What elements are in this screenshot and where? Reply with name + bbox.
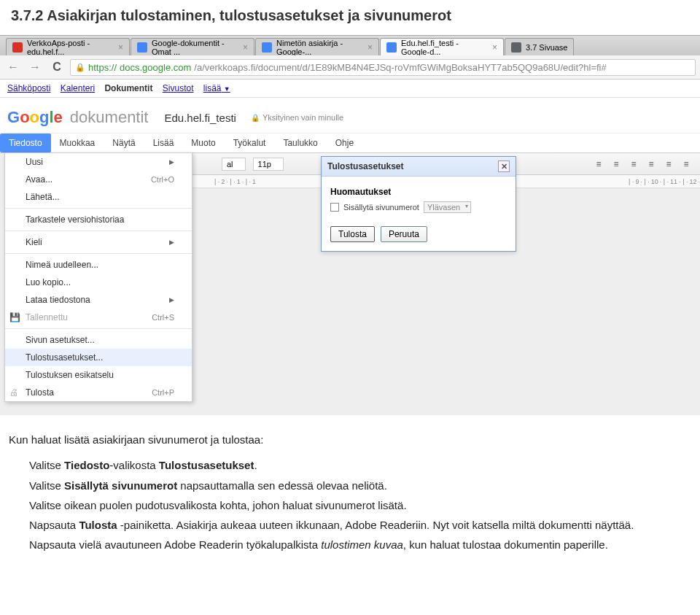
dialog-titlebar: Tulostusasetukset ✕ bbox=[322, 157, 516, 177]
close-icon[interactable]: × bbox=[243, 42, 248, 53]
indent-increase-icon[interactable]: ≡ bbox=[610, 158, 623, 170]
link-calendar[interactable]: Kalenteri bbox=[61, 83, 95, 93]
link-docs[interactable]: Dokumentit bbox=[104, 83, 152, 93]
instructions-text: Kun haluat lisätä asiakirjaan sivunumero… bbox=[0, 415, 700, 571]
page-icon bbox=[511, 42, 521, 53]
save-icon: 💾 bbox=[9, 312, 20, 322]
privacy-indicator[interactable]: 🔒 Yksityinen vain minulle bbox=[251, 113, 343, 122]
close-icon[interactable]: × bbox=[368, 42, 373, 53]
menu-item-download[interactable]: Lataa tiedostona▶ bbox=[5, 291, 192, 309]
url-host: docs.google.com bbox=[120, 62, 191, 73]
tab-label: Google-dokumentit - Omat ... bbox=[152, 39, 238, 56]
chevron-down-icon: ▼ bbox=[224, 85, 230, 93]
tab-label: VerkkoAps-posti - edu.hel.f... bbox=[27, 39, 114, 56]
menu-item-send[interactable]: Lähetä... bbox=[5, 188, 192, 206]
menu-insert[interactable]: Lisää bbox=[144, 134, 183, 152]
shortcut-label: Ctrl+S bbox=[152, 313, 174, 322]
align-left-icon[interactable]: ≡ bbox=[627, 158, 640, 170]
list-item: 3.Valitse oikean puolen pudotusvalikosta… bbox=[9, 497, 691, 514]
align-justify-icon[interactable]: ≡ bbox=[680, 158, 693, 170]
browser-window: VerkkoAps-posti - edu.hel.f...× Google-d… bbox=[0, 35, 700, 415]
gdocs-icon bbox=[137, 42, 147, 53]
menu-tools[interactable]: Työkalut bbox=[225, 134, 275, 152]
browser-tab-active[interactable]: Edu.hel.fi_testi - Google-d...× bbox=[380, 38, 504, 55]
app-links: Sähköposti Kalenteri Dokumentit Sivustot… bbox=[0, 80, 700, 98]
menu-table[interactable]: Taulukko bbox=[274, 134, 326, 152]
tab-label: Nimetön asiakirja - Google-... bbox=[276, 39, 363, 56]
list-item: 5.Napsauta vielä avautuneen Adobe Reader… bbox=[9, 536, 691, 553]
cancel-button[interactable]: Peruuta bbox=[381, 226, 427, 242]
chevron-right-icon: ▶ bbox=[169, 239, 174, 246]
list-item: 1.Valitse Tiedosto-valikosta Tulostusase… bbox=[9, 457, 691, 473]
gdocs-icon bbox=[386, 42, 397, 53]
tab-label: Edu.hel.fi_testi - Google-d... bbox=[401, 39, 488, 56]
align-right-icon[interactable]: ≡ bbox=[662, 158, 675, 170]
link-more[interactable]: lisää ▼ bbox=[203, 83, 230, 93]
privacy-label: Yksityinen vain minulle bbox=[262, 113, 343, 122]
url-path: /a/verkkoaps.fi/document/d/1E89kMB4N4EJS… bbox=[194, 62, 606, 73]
lead-paragraph: Kun haluat lisätä asiakirjaan sivunumero… bbox=[9, 431, 691, 448]
dialog-section-label: Huomautukset bbox=[330, 187, 507, 197]
menu-help[interactable]: Ohje bbox=[327, 134, 362, 152]
menu-item-copy[interactable]: Luo kopio... bbox=[5, 274, 192, 291]
shortcut-label: Ctrl+P bbox=[152, 388, 174, 397]
ruler-mark: | · 2 · | · 1 · | · 1 bbox=[214, 178, 256, 185]
url-scheme: https:// bbox=[88, 62, 117, 73]
align-center-icon[interactable]: ≡ bbox=[645, 158, 658, 170]
link-mail[interactable]: Sähköposti bbox=[7, 83, 50, 93]
menu-item-saved: 💾TallennettuCtrl+S bbox=[5, 309, 192, 326]
style-select[interactable]: al bbox=[222, 158, 246, 171]
lock-icon: 🔒 bbox=[251, 114, 260, 122]
browser-tab[interactable]: Google-dokumentit - Omat ...× bbox=[131, 38, 254, 55]
browser-tab[interactable]: Nimetön asiakirja - Google-...× bbox=[255, 38, 379, 55]
menu-format[interactable]: Muoto bbox=[182, 134, 224, 152]
menu-item-print-preview[interactable]: Tulostuksen esikatselu bbox=[5, 366, 192, 384]
printer-icon: 🖨 bbox=[9, 387, 18, 398]
menu-item-history[interactable]: Tarkastele versiohistoriaa bbox=[5, 211, 192, 228]
workspace: al 11p ≡ ≡ ≡ ≡ ≡ ≡ | · 2 · | · 1 · | · 1… bbox=[0, 152, 700, 415]
document-title[interactable]: Edu.hel.fi_testi bbox=[164, 112, 236, 124]
menu-item-new[interactable]: Uusi▶ bbox=[5, 153, 192, 171]
forward-button[interactable]: → bbox=[26, 58, 44, 76]
menu-item-print-settings[interactable]: Tulostusasetukset... bbox=[5, 349, 192, 366]
browser-tab[interactable]: VerkkoAps-posti - edu.hel.f...× bbox=[6, 38, 130, 55]
menu-item-language[interactable]: Kieli▶ bbox=[5, 233, 192, 251]
fontsize-select[interactable]: 11p bbox=[253, 158, 284, 171]
list-item: 4.Napsauta Tulosta -painiketta. Asiakirj… bbox=[9, 517, 691, 533]
dialog-title: Tulostusasetukset bbox=[327, 161, 403, 171]
close-button[interactable]: ✕ bbox=[498, 160, 510, 172]
browser-tabbar: VerkkoAps-posti - edu.hel.f...× Google-d… bbox=[0, 36, 700, 55]
menu-file[interactable]: Tiedosto bbox=[0, 134, 51, 152]
google-logo: Google bbox=[7, 108, 63, 127]
close-icon[interactable]: × bbox=[118, 42, 123, 53]
file-menu-dropdown: Uusi▶ Avaa...Ctrl+O Lähetä... Tarkastele… bbox=[4, 152, 192, 402]
gmail-icon bbox=[12, 42, 23, 53]
include-pages-checkbox[interactable] bbox=[330, 203, 339, 212]
doc-header: Google dokumentit Edu.hel.fi_testi 🔒 Yks… bbox=[0, 98, 700, 133]
tab-label: 3.7 Sivuase bbox=[526, 43, 567, 52]
print-settings-dialog: Tulostusasetukset ✕ Huomautukset Sisälly… bbox=[321, 156, 516, 252]
menu-edit[interactable]: Muokkaa bbox=[51, 134, 104, 152]
menu-separator bbox=[5, 208, 192, 209]
menu-item-page-setup[interactable]: Sivun asetukset... bbox=[5, 331, 192, 349]
menu-item-print[interactable]: 🖨TulostaCtrl+P bbox=[5, 384, 192, 401]
address-bar: ← → C 🔒 https://docs.google.com/a/verkko… bbox=[0, 55, 700, 80]
back-button[interactable]: ← bbox=[4, 58, 22, 76]
link-sites[interactable]: Sivustot bbox=[163, 83, 194, 93]
shortcut-label: Ctrl+O bbox=[151, 175, 174, 184]
print-button[interactable]: Tulosta bbox=[330, 226, 375, 242]
menu-item-rename[interactable]: Nimeä uudelleen... bbox=[5, 256, 192, 274]
chevron-right-icon: ▶ bbox=[169, 296, 174, 303]
browser-tab[interactable]: 3.7 Sivuase bbox=[505, 38, 574, 55]
menu-view[interactable]: Näytä bbox=[104, 134, 144, 152]
reload-button[interactable]: C bbox=[48, 58, 66, 76]
url-input[interactable]: 🔒 https://docs.google.com/a/verkkoaps.fi… bbox=[70, 59, 696, 76]
menu-item-open[interactable]: Avaa...Ctrl+O bbox=[5, 171, 192, 188]
ruler-mark: | · 9 · | · 10 · | · 11 · | · 12 · bbox=[629, 178, 700, 185]
indent-decrease-icon[interactable]: ≡ bbox=[592, 158, 605, 170]
lock-icon: 🔒 bbox=[75, 63, 85, 72]
close-icon[interactable]: × bbox=[492, 42, 497, 53]
position-select[interactable]: Ylävasen bbox=[424, 201, 471, 213]
list-item: 2.Valitse Sisällytä sivunumerot napsautt… bbox=[9, 477, 691, 494]
menubar: Tiedosto Muokkaa Näytä Lisää Muoto Työka… bbox=[0, 133, 700, 152]
